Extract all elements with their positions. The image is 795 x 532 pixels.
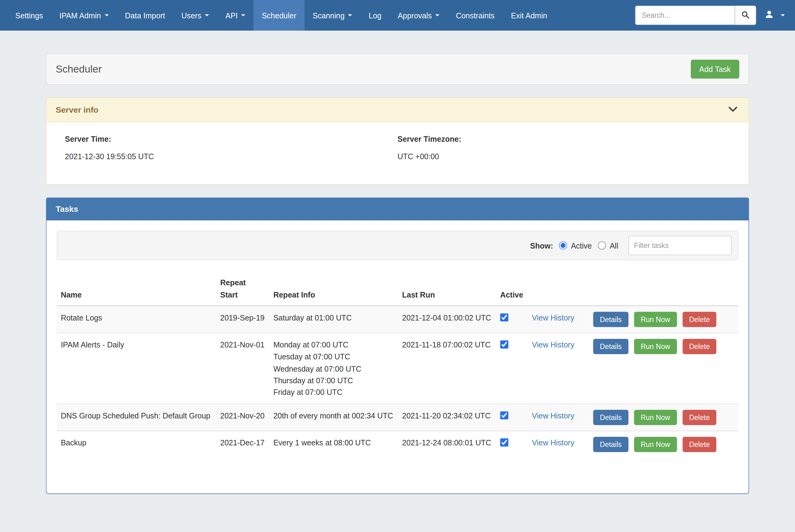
show-label: Show: <box>530 241 553 250</box>
caret-down-icon <box>241 14 245 17</box>
scheduler-header-panel: Scheduler Add Task <box>46 54 749 85</box>
run-now-button[interactable]: Run Now <box>634 312 677 327</box>
server-timezone-value: UTC +00:00 <box>397 152 730 161</box>
server-info-heading[interactable]: Server info <box>47 98 749 122</box>
show-active-option[interactable]: Active <box>559 241 592 250</box>
run-now-button[interactable]: Run Now <box>634 339 677 354</box>
task-repeat-info: 20th of every month at 002:34 UTC <box>269 404 398 431</box>
details-button[interactable]: Details <box>593 437 629 452</box>
nav-item-data-import[interactable]: Data Import <box>117 0 173 31</box>
server-timezone-block: Server Timezone: UTC +00:00 <box>397 135 730 161</box>
caret-down-icon <box>105 14 108 17</box>
main-container: Scheduler Add Task Server info Server Ti… <box>46 31 749 494</box>
search-button[interactable] <box>735 5 756 25</box>
task-repeat-info: Every 1 weeks at 08:00 UTC <box>269 431 398 458</box>
table-row: Backup 2021-Dec-17 Every 1 weeks at 08:0… <box>57 431 738 458</box>
show-active-label: Active <box>571 241 592 250</box>
task-last-run: 2021-11-18 07:00:02 UTC <box>398 333 496 404</box>
tasks-panel: Tasks Show: Active All <box>46 197 749 494</box>
nav-item-settings[interactable]: Settings <box>7 0 51 31</box>
caret-down-icon <box>348 14 352 17</box>
view-history-link[interactable]: View History <box>532 314 574 322</box>
show-all-option[interactable]: All <box>598 241 618 250</box>
column-header-history <box>528 272 589 305</box>
nav-item-constraints[interactable]: Constraints <box>448 0 503 31</box>
view-history-link[interactable]: View History <box>532 438 574 447</box>
caret-down-icon <box>781 14 784 17</box>
run-now-button[interactable]: Run Now <box>634 410 677 425</box>
task-last-run: 2021-11-20 02:34:02 UTC <box>398 404 496 431</box>
nav-item-scanning[interactable]: Scanning <box>304 0 360 31</box>
navbar-right <box>635 0 788 31</box>
details-button[interactable]: Details <box>593 312 629 327</box>
navbar-search <box>635 5 756 25</box>
tasks-panel-body: Show: Active All <box>47 221 749 493</box>
task-last-run: 2021-12-04 01:00:02 UTC <box>398 306 496 333</box>
table-row: Rotate Logs 2019-Sep-19 Saturday at 01:0… <box>57 306 738 333</box>
nav-item-log[interactable]: Log <box>360 0 390 31</box>
add-task-button[interactable]: Add Task <box>690 60 739 79</box>
task-active-checkbox[interactable] <box>500 438 508 446</box>
delete-button[interactable]: Delete <box>683 339 717 354</box>
tasks-title: Tasks <box>56 205 78 213</box>
show-all-label: All <box>610 241 618 250</box>
server-time-value: 2021-12-30 19:55:05 UTC <box>65 152 397 161</box>
column-header-last-run: Last Run <box>398 272 496 305</box>
task-repeat-start: 2021-Nov-01 <box>216 333 269 404</box>
show-active-radio[interactable] <box>559 242 567 250</box>
task-repeat-info: Monday at 07:00 UTCTuesday at 07:00 UTCW… <box>269 333 398 404</box>
server-time-label: Server Time: <box>65 135 397 143</box>
delete-button[interactable]: Delete <box>683 410 717 425</box>
task-repeat-start: 2021-Dec-17 <box>216 431 269 458</box>
navbar-items: SettingsIPAM AdminData ImportUsersAPISch… <box>7 0 555 31</box>
tasks-filter-bar: Show: Active All <box>57 231 738 261</box>
nav-item-approvals[interactable]: Approvals <box>390 0 448 31</box>
task-name: Rotate Logs <box>57 306 216 333</box>
show-all-radio[interactable] <box>598 242 606 250</box>
nav-item-ipam-admin[interactable]: IPAM Admin <box>51 0 117 31</box>
caret-down-icon <box>435 14 439 17</box>
top-navbar: SettingsIPAM AdminData ImportUsersAPISch… <box>0 0 795 31</box>
server-info-panel: Server info Server Time: 2021-12-30 19:5… <box>46 97 749 185</box>
page: SettingsIPAM AdminData ImportUsersAPISch… <box>0 0 795 532</box>
server-time-block: Server Time: 2021-12-30 19:55:05 UTC <box>65 135 397 161</box>
tasks-table-body: Rotate Logs 2019-Sep-19 Saturday at 01:0… <box>57 306 738 458</box>
column-header-name: Name <box>57 272 216 305</box>
task-active-checkbox[interactable] <box>500 412 508 420</box>
table-header-row: Name Repeat Start Repeat Info Last Run A… <box>57 272 738 305</box>
task-name: Backup <box>57 431 216 458</box>
nav-item-scheduler[interactable]: Scheduler <box>253 0 304 31</box>
nav-item-exit-admin[interactable]: Exit Admin <box>503 0 556 31</box>
task-repeat-start: 2021-Nov-20 <box>216 404 269 431</box>
nav-item-users[interactable]: Users <box>173 0 217 31</box>
server-info-body: Server Time: 2021-12-30 19:55:05 UTC Ser… <box>47 122 749 184</box>
magnifier-icon <box>741 11 749 20</box>
collapse-toggle-button[interactable] <box>727 105 740 115</box>
details-button[interactable]: Details <box>593 339 629 354</box>
column-header-repeat-info: Repeat Info <box>269 272 398 305</box>
column-header-repeat-start: Repeat Start <box>216 272 269 305</box>
task-name: DNS Group Scheduled Push: Default Group <box>57 404 216 431</box>
view-history-link[interactable]: View History <box>532 340 574 349</box>
user-menu[interactable] <box>764 10 785 21</box>
task-repeat-info: Saturday at 01:00 UTC <box>269 306 398 333</box>
person-silhouette-icon <box>764 10 774 21</box>
delete-button[interactable]: Delete <box>683 437 717 452</box>
caret-down-icon <box>205 14 209 17</box>
task-active-checkbox[interactable] <box>500 340 508 349</box>
task-active-checkbox[interactable] <box>500 314 508 322</box>
filter-tasks-input[interactable] <box>629 236 732 255</box>
page-title: Scheduler <box>56 63 102 75</box>
view-history-link[interactable]: View History <box>532 412 574 420</box>
delete-button[interactable]: Delete <box>683 312 717 327</box>
task-repeat-start: 2019-Sep-19 <box>216 306 269 333</box>
table-row: DNS Group Scheduled Push: Default Group … <box>57 404 738 431</box>
task-last-run: 2021-12-24 08:00:01 UTC <box>398 431 496 458</box>
details-button[interactable]: Details <box>593 410 629 425</box>
nav-item-api[interactable]: API <box>217 0 254 31</box>
tasks-panel-heading: Tasks <box>47 198 749 221</box>
column-header-actions <box>589 272 738 305</box>
search-input[interactable] <box>635 5 735 25</box>
server-timezone-label: Server Timezone: <box>397 135 730 143</box>
run-now-button[interactable]: Run Now <box>634 437 677 452</box>
